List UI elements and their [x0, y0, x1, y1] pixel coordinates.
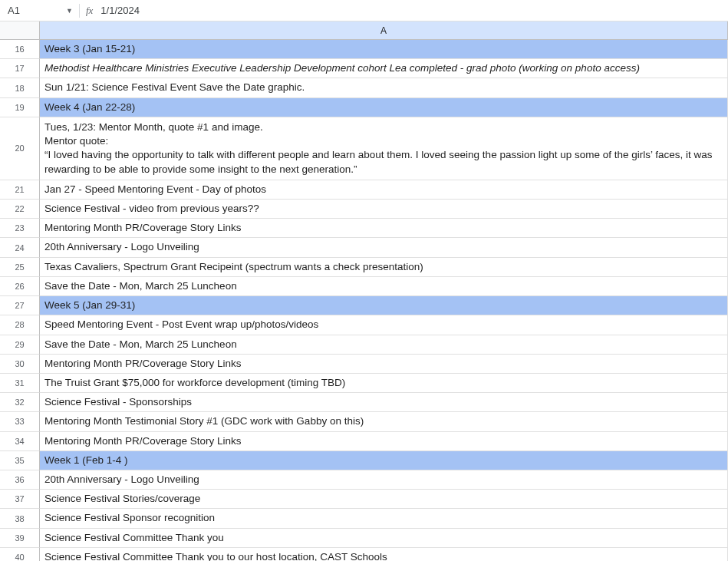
- row-header[interactable]: 31: [0, 374, 40, 393]
- cell[interactable]: 20th Anniversary - Logo Unveiling: [40, 470, 728, 490]
- row-header[interactable]: 20: [0, 117, 40, 180]
- cell[interactable]: 20th Anniversary - Logo Unveiling: [40, 238, 728, 257]
- name-box-dropdown-icon[interactable]: ▼: [66, 7, 73, 15]
- cell[interactable]: Science Festival Committee Thank you to …: [40, 548, 728, 561]
- table-row: 30Mentoring Month PR/Coverage Story Link…: [0, 355, 728, 374]
- cell[interactable]: Methodist Healthcare Ministries Executiv…: [40, 59, 728, 78]
- cell[interactable]: Week 1 (Feb 1-4 ): [40, 451, 728, 470]
- cell[interactable]: Science Festival Stories/coverage: [40, 490, 728, 509]
- row-header[interactable]: 19: [0, 98, 40, 117]
- cell[interactable]: Week 3 (Jan 15-21): [40, 40, 728, 59]
- cell[interactable]: The Truist Grant $75,000 for workforce d…: [40, 374, 728, 393]
- table-row: 23Mentoring Month PR/Coverage Story Link…: [0, 219, 728, 238]
- row-header[interactable]: 18: [0, 78, 40, 97]
- row-header[interactable]: 29: [0, 335, 40, 355]
- row-header[interactable]: 25: [0, 258, 40, 277]
- cell[interactable]: Science Festival - Sponsorships: [40, 393, 728, 412]
- cell[interactable]: Week 4 (Jan 22-28): [40, 98, 728, 117]
- spreadsheet-grid: A 16Week 3 (Jan 15-21)17Methodist Health…: [0, 21, 728, 561]
- row-header[interactable]: 26: [0, 277, 40, 296]
- row-header[interactable]: 33: [0, 412, 40, 431]
- cell[interactable]: Save the Date - Mon, March 25 Luncheon: [40, 335, 728, 355]
- cell[interactable]: Tues, 1/23: Mentor Month, quote #1 and i…: [40, 117, 728, 180]
- cell[interactable]: Jan 27 - Speed Mentoring Event - Day of …: [40, 180, 728, 200]
- table-row: 40Science Festival Committee Thank you t…: [0, 548, 728, 561]
- table-row: 16Week 3 (Jan 15-21): [0, 40, 728, 59]
- table-row: 21Jan 27 - Speed Mentoring Event - Day o…: [0, 180, 728, 200]
- table-row: 2420th Anniversary - Logo Unveiling: [0, 238, 728, 257]
- table-row: 38Science Festival Sponsor recognition: [0, 509, 728, 528]
- table-row: 34Mentoring Month PR/Coverage Story Link…: [0, 432, 728, 451]
- table-row: 39Science Festival Committee Thank you: [0, 529, 728, 548]
- row-header[interactable]: 35: [0, 451, 40, 470]
- row-header[interactable]: 36: [0, 470, 40, 490]
- table-row: 26Save the Date - Mon, March 25 Luncheon: [0, 277, 728, 296]
- formula-input[interactable]: [99, 4, 722, 17]
- divider: [79, 4, 80, 18]
- row-header[interactable]: 23: [0, 219, 40, 238]
- cell[interactable]: Mentoring Month Testimonial Story #1 (GD…: [40, 412, 728, 431]
- row-header[interactable]: 30: [0, 355, 40, 374]
- table-row: 20Tues, 1/23: Mentor Month, quote #1 and…: [0, 117, 728, 180]
- cell[interactable]: Week 5 (Jan 29-31): [40, 296, 728, 315]
- row-header[interactable]: 16: [0, 40, 40, 59]
- formula-bar: ▼ fx: [0, 0, 728, 21]
- table-row: 19Week 4 (Jan 22-28): [0, 98, 728, 117]
- table-row: 35Week 1 (Feb 1-4 ): [0, 451, 728, 470]
- row-header[interactable]: 34: [0, 432, 40, 451]
- table-row: 27Week 5 (Jan 29-31): [0, 296, 728, 315]
- cell[interactable]: Mentoring Month PR/Coverage Story Links: [40, 219, 728, 238]
- cell[interactable]: Speed Mentoring Event - Post Event wrap …: [40, 315, 728, 335]
- row-header[interactable]: 39: [0, 529, 40, 548]
- column-header-row: A: [0, 21, 728, 40]
- row-header[interactable]: 22: [0, 200, 40, 219]
- table-row: 32Science Festival - Sponsorships: [0, 393, 728, 412]
- row-header[interactable]: 21: [0, 180, 40, 200]
- cell[interactable]: Science Festival - video from previous y…: [40, 200, 728, 219]
- table-row: 3620th Anniversary - Logo Unveiling: [0, 470, 728, 490]
- table-row: 22Science Festival - video from previous…: [0, 200, 728, 219]
- name-box-input[interactable]: [6, 4, 60, 17]
- row-header[interactable]: 38: [0, 509, 40, 528]
- table-row: 17Methodist Healthcare Ministries Execut…: [0, 59, 728, 78]
- row-header[interactable]: 37: [0, 490, 40, 509]
- table-row: 29Save the Date - Mon, March 25 Luncheon: [0, 335, 728, 355]
- column-header-A[interactable]: A: [40, 21, 728, 40]
- fx-icon: fx: [86, 5, 93, 17]
- cell[interactable]: Save the Date - Mon, March 25 Luncheon: [40, 277, 728, 296]
- cell[interactable]: Mentoring Month PR/Coverage Story Links: [40, 355, 728, 374]
- table-row: 37Science Festival Stories/coverage: [0, 490, 728, 509]
- cell[interactable]: Sun 1/21: Science Festival Event Save th…: [40, 78, 728, 97]
- cell[interactable]: Mentoring Month PR/Coverage Story Links: [40, 432, 728, 451]
- row-header[interactable]: 27: [0, 296, 40, 315]
- row-header[interactable]: 32: [0, 393, 40, 412]
- table-row: 31The Truist Grant $75,000 for workforce…: [0, 374, 728, 393]
- cell[interactable]: Science Festival Committee Thank you: [40, 529, 728, 548]
- row-header[interactable]: 24: [0, 238, 40, 257]
- select-all-corner[interactable]: [0, 21, 40, 40]
- cell[interactable]: Texas Cavaliers, Spectrum Grant Recipein…: [40, 258, 728, 277]
- row-header[interactable]: 17: [0, 59, 40, 78]
- table-row: 18Sun 1/21: Science Festival Event Save …: [0, 78, 728, 97]
- table-row: 33Mentoring Month Testimonial Story #1 (…: [0, 412, 728, 431]
- table-row: 25Texas Cavaliers, Spectrum Grant Recipe…: [0, 258, 728, 277]
- row-header[interactable]: 28: [0, 315, 40, 335]
- table-row: 28Speed Mentoring Event - Post Event wra…: [0, 315, 728, 335]
- row-header[interactable]: 40: [0, 548, 40, 561]
- cell[interactable]: Science Festival Sponsor recognition: [40, 509, 728, 528]
